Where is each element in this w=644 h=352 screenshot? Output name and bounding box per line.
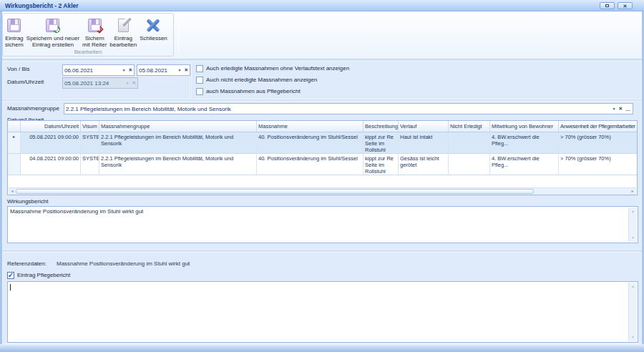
scroll-left-icon[interactable]: ◄ [9, 188, 16, 195]
clear-icon: ✕ [132, 80, 136, 86]
von-date-field[interactable]: 06.06.2021 ▼ ✕ [62, 64, 135, 76]
maximize-icon [605, 4, 609, 7]
ribbon: Eintrag sichern Speichern und neuer Eint… [0, 11, 644, 59]
von-bis-label: Von / Bis [7, 66, 30, 72]
referenzdaten-value: Massnahme Positionsveränderung im Stuhl … [57, 260, 190, 267]
toolbar-separator [178, 15, 179, 53]
maximize-button[interactable] [600, 2, 615, 9]
toolbar-group-label: Bearbeiten [3, 49, 173, 55]
clear-icon[interactable]: ✕ [185, 67, 188, 73]
wirkungsbericht-textarea[interactable]: Massnahme Positionsveränderung im Stuhl … [7, 206, 638, 243]
diamond-badge-icon [95, 25, 103, 33]
scrollbar-thumb[interactable] [16, 189, 534, 194]
save-new-icon [46, 19, 59, 32]
blue-x-icon [145, 17, 161, 33]
chevron-down-icon[interactable]: ▼ [178, 68, 182, 72]
grid-horizontal-scrollbar[interactable]: ◄ ► [9, 187, 636, 195]
grid-header-indicator [8, 121, 21, 132]
vertical-scrollbar[interactable]: ▲ ▼ [628, 283, 637, 341]
grid-header[interactable]: Visum [81, 121, 99, 132]
row-marker-icon: ▸ [13, 135, 15, 139]
checkbox-erledigte-ohne-verlaufstext[interactable]: Auch erledigte Massnahmen ohne Verlaufst… [196, 64, 349, 72]
window-title: Wirkungsbericht - 2 Akler [5, 2, 79, 9]
save-and-new-entry-button[interactable]: Speichern und neuer Eintrag erstellen [25, 15, 81, 49]
clear-icon[interactable]: ✕ [619, 106, 623, 112]
close-icon: ✕ [623, 4, 628, 9]
datum-uhrzeit-label: Datum/Uhrzeit [7, 79, 44, 85]
toolbar-group-bearbeiten: Eintrag sichern Speichern und neuer Eint… [2, 13, 174, 57]
save-entry-button[interactable]: Eintrag sichern [4, 15, 25, 49]
row-indicator [8, 154, 21, 175]
grid-header[interactable]: Verlauf [399, 121, 449, 132]
scroll-up-icon[interactable]: ▲ [631, 283, 635, 290]
massnahmengruppe-label: Massnahmengruppe [7, 105, 59, 112]
grid-header[interactable]: Nicht Erledigt [449, 121, 490, 132]
scroll-down-icon[interactable]: ▼ [631, 333, 635, 341]
save-tab-icon [88, 19, 102, 32]
scroll-right-icon[interactable]: ► [629, 188, 636, 195]
close-window-button[interactable]: Schliessen [138, 15, 169, 42]
bis-date-field[interactable]: 05.08.2021 ▼ ✕ [137, 64, 190, 76]
titlebar[interactable]: Wirkungsbericht - 2 Akler ✕ [0, 0, 644, 11]
wirkungsbericht-window: Wirkungsbericht - 2 Akler ✕ Eintrag sich… [0, 0, 644, 352]
grid-header[interactable]: Beschreibung [364, 121, 399, 132]
grid-header[interactable]: Anwesenheit der Pflegemitarbeiter [559, 121, 637, 132]
chevron-down-icon[interactable]: ▼ [613, 107, 616, 111]
checkbox-nicht-erledigte[interactable]: Auch nicht erledigte Massnahmen anzeigen [196, 76, 317, 84]
checkbox-eintrag-pflegebericht[interactable]: ✓ Eintrag Pflegebericht [7, 271, 70, 279]
ellipsis-icon[interactable]: … [625, 107, 631, 112]
window-border-left [0, 11, 2, 344]
clear-icon[interactable]: ✕ [129, 67, 132, 73]
row-indicator: ▸ [8, 132, 21, 153]
grid-header[interactable]: Massnahme [257, 121, 364, 132]
table-row[interactable]: ▸ 05.08.2021 09:00:00 SYSTE... 2.2.1 Pfl… [8, 132, 637, 154]
save-with-tab-button[interactable]: Sichern mit Reiter [81, 15, 108, 49]
referenzdaten-label: Referenzdaten: [7, 260, 47, 267]
window-border-bottom [0, 344, 644, 352]
plus-badge-icon [53, 26, 60, 33]
date-filter-panel: Von / Bis 06.06.2021 ▼ ✕ 05.08.2021 ▼ ✕ … [2, 61, 190, 99]
vertical-scrollbar[interactable]: ▲ ▼ [628, 207, 637, 242]
options-panel: Auch erledigte Massnahmen ohne Verlaufst… [191, 61, 642, 99]
pflegebericht-panel: Referenzdaten: Massnahme Positionsveränd… [2, 252, 642, 344]
checkbox-aus-pflegebericht[interactable]: auch Massnahmen aus Pflegebericht [196, 87, 301, 95]
wirkungsbericht-label: Wirkungsbericht [7, 198, 48, 205]
scroll-up-icon[interactable]: ▲ [631, 207, 635, 215]
chevron-down-icon[interactable]: ▼ [122, 68, 126, 72]
chevron-down-icon: ▼ [126, 81, 130, 85]
close-button[interactable]: ✕ [618, 2, 633, 9]
scroll-down-icon[interactable]: ▼ [631, 234, 635, 242]
edit-entry-button[interactable]: Eintrag bearbeiten [108, 15, 138, 49]
table-row[interactable]: 04.08.2021 09:00:00 SYSTE... 2.2.1 Pfleg… [8, 154, 637, 175]
grid-header-row: Datum/Uhrzeit Visum Massnahmengruppe Mas… [8, 121, 637, 132]
checkbox-checked-icon[interactable]: ✓ [7, 272, 14, 279]
checkbox-icon[interactable] [196, 65, 203, 72]
pflegebericht-textarea[interactable]: ▲ ▼ [7, 281, 638, 343]
main-panel: Massnahmengruppe 2.2.1 Pflegeleistungen … [2, 101, 642, 250]
checkbox-icon[interactable] [196, 77, 203, 84]
grid-header[interactable]: Massnahmengruppe [99, 121, 257, 132]
text-caret [10, 284, 11, 290]
grid-header[interactable]: Mitwirkung von Bewohner [490, 121, 559, 132]
checkbox-icon[interactable] [196, 88, 203, 95]
grid-header[interactable]: Datum/Uhrzeit [21, 121, 81, 132]
massnahmen-grid[interactable]: Datum/Uhrzeit Visum Massnahmengruppe Mas… [7, 120, 638, 195]
save-icon [7, 19, 21, 32]
datum-uhrzeit-field: 05.08.2021 13:24 ▼ ✕ [62, 77, 138, 89]
massnahmengruppe-field[interactable]: 2.2.1 Pflegeleistungen im Bereich Mobili… [64, 103, 633, 114]
